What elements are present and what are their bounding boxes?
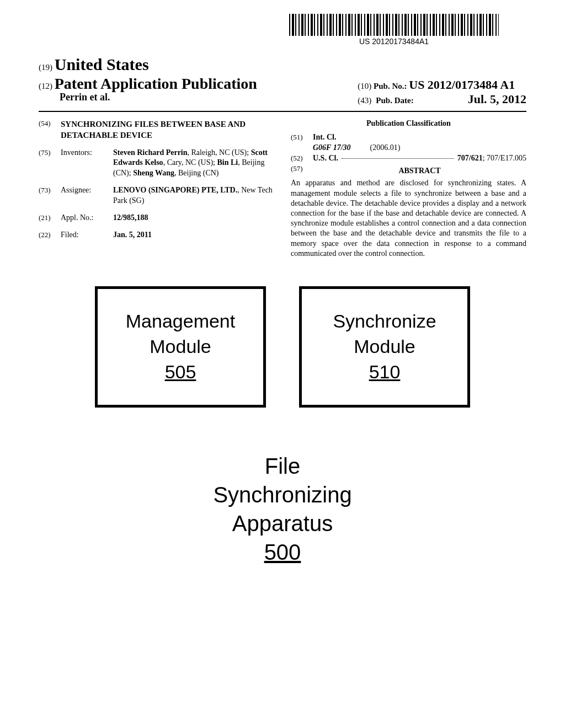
us-cl-main: 707/621 (457, 154, 483, 162)
assignee-value: LENOVO (SINGAPORE) PTE, LTD., New Tech P… (113, 185, 274, 206)
pub-date: Jul. 5, 2012 (468, 92, 526, 106)
title-row: (54) SYNCHRONIZING FILES BETWEEN BASE AN… (39, 119, 274, 141)
pub-date-label: Pub. Date: (376, 96, 413, 105)
header-pub-line: (12) Patent Application Publication Perr… (39, 75, 526, 106)
pub-no-line: (10) Pub. No.: US 2012/0173484 A1 (358, 78, 515, 92)
apparatus-label: File Synchronizing Apparatus 500 (213, 452, 351, 566)
box2-num: 510 (369, 360, 401, 385)
figure-area: Management Module 505 Synchronize Module… (39, 286, 526, 566)
right-column: Publication Classification (51) Int. Cl.… (291, 119, 526, 259)
pub-date-line: (43) Pub. Date: Jul. 5, 2012 (358, 92, 526, 106)
apparatus-line2: Synchronizing (213, 480, 351, 509)
inventors-value: Steven Richard Perrin, Raleigh, NC (US);… (113, 148, 274, 179)
country-name: United States (55, 55, 149, 73)
int-cl-label: Int. Cl. (313, 132, 346, 143)
int-cl-value: G06F 17/30 (2006.01) (313, 143, 526, 153)
bibliographic-columns: (54) SYNCHRONIZING FILES BETWEEN BASE AN… (39, 119, 526, 259)
synchronize-module-box: Synchronize Module 510 (299, 286, 470, 408)
invention-title: SYNCHRONIZING FILES BETWEEN BASE AND DET… (61, 119, 274, 141)
leader-dots (342, 153, 454, 159)
document-header: (19) United States (12) Patent Applicati… (39, 55, 526, 106)
apparatus-line1: File (213, 452, 351, 480)
code-12: (12) (39, 82, 52, 90)
abstract-heading-row: (57) ABSTRACT (291, 164, 526, 179)
inventor-4-name: Sheng Wang (133, 169, 174, 177)
doc-type: Patent Application Publication (55, 75, 257, 92)
box2-line1: Synchronize (333, 309, 436, 334)
code-22: (22) (39, 230, 61, 240)
appl-no-value: 12/985,188 (113, 213, 274, 223)
barcode-block: US 20120173484A1 (289, 14, 499, 46)
apparatus-line3: Apparatus (213, 509, 351, 538)
us-cl-value: 707/621; 707/E17.005 (457, 153, 526, 164)
assignee-label: Assignee: (61, 185, 113, 206)
code-57: (57) (291, 164, 313, 179)
authors-short: Perrin et al. (60, 92, 257, 103)
int-cl-class: G06F 17/30 (313, 143, 351, 152)
header-left: (12) Patent Application Publication Perr… (39, 75, 257, 103)
assignee-row: (73) Assignee: LENOVO (SINGAPORE) PTE, L… (39, 185, 274, 206)
assignee-name: LENOVO (SINGAPORE) PTE, LTD. (113, 186, 237, 194)
inventor-1-name: Steven Richard Perrin (113, 148, 188, 157)
module-boxes-row: Management Module 505 Synchronize Module… (95, 286, 470, 408)
abstract-text: An apparatus and method are disclosed fo… (291, 178, 526, 259)
code-21: (21) (39, 213, 61, 223)
apparatus-num: 500 (213, 538, 351, 566)
inventor-4-loc: , Beijing (CN) (174, 169, 219, 177)
filed-label: Filed: (61, 230, 113, 240)
header-country-line: (19) United States (39, 55, 526, 74)
management-module-box: Management Module 505 (95, 286, 266, 408)
code-75: (75) (39, 148, 61, 179)
us-cl-label: U.S. Cl. (313, 153, 338, 164)
pub-no-label: Pub. No.: (374, 82, 407, 90)
left-column: (54) SYNCHRONIZING FILES BETWEEN BASE AN… (39, 119, 274, 259)
code-43: (43) (358, 96, 371, 105)
abstract-label: ABSTRACT (313, 166, 526, 176)
code-54: (54) (39, 119, 61, 141)
int-cl-row: (51) Int. Cl. (291, 132, 526, 143)
appl-no-row: (21) Appl. No.: 12/985,188 (39, 213, 274, 223)
filed-row: (22) Filed: Jan. 5, 2011 (39, 230, 274, 240)
pub-class-title: Publication Classification (291, 119, 526, 129)
us-cl-row: (52) U.S. Cl. 707/621; 707/E17.005 (291, 153, 526, 164)
code-51: (51) (291, 132, 313, 143)
header-divider (39, 111, 526, 112)
box1-line1: Management (126, 309, 235, 334)
barcode-graphic (289, 14, 499, 36)
inventors-label: Inventors: (61, 148, 113, 179)
inventor-1-loc: , Raleigh, NC (US); (188, 148, 251, 157)
box1-num: 505 (165, 360, 196, 385)
spacer (291, 143, 313, 153)
code-52: (52) (291, 153, 313, 164)
header-right: (10) Pub. No.: US 2012/0173484 A1 (43) P… (358, 78, 526, 106)
inventors-row: (75) Inventors: Steven Richard Perrin, R… (39, 148, 274, 179)
us-cl-sub: ; 707/E17.005 (483, 154, 526, 162)
pub-no: US 2012/0173484 A1 (409, 78, 515, 92)
inventor-3-name: Bin Li (217, 158, 238, 167)
filed-value: Jan. 5, 2011 (113, 230, 274, 240)
barcode-text: US 20120173484A1 (289, 37, 499, 46)
doc-type-line: (12) Patent Application Publication (39, 75, 257, 93)
code-10: (10) (358, 82, 371, 90)
appl-no-label: Appl. No.: (61, 213, 113, 223)
code-19: (19) (39, 63, 52, 72)
box2-line2: Module (354, 334, 415, 360)
int-cl-year: (2006.01) (370, 143, 401, 152)
int-cl-value-row: G06F 17/30 (2006.01) (291, 143, 526, 153)
box1-line2: Module (150, 334, 211, 360)
inventor-2-loc: , Cary, NC (US); (163, 158, 217, 167)
code-73: (73) (39, 185, 61, 206)
